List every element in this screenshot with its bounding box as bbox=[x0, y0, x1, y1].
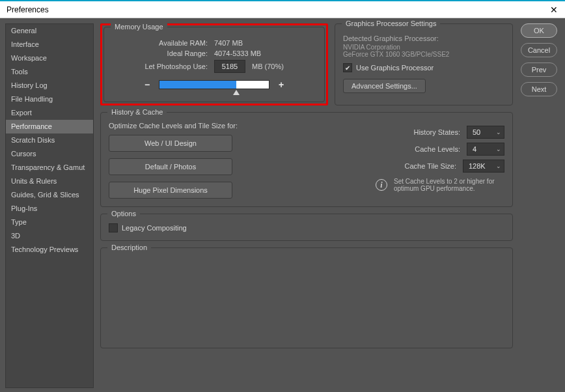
sidebar-item-3d[interactable]: 3D bbox=[6, 229, 93, 243]
gpu-title: Graphics Processor Settings bbox=[342, 20, 440, 27]
sidebar-item-tools[interactable]: Tools bbox=[6, 65, 93, 79]
gpu-group: Graphics Processor Settings Detected Gra… bbox=[335, 23, 513, 105]
sidebar-item-plug-ins[interactable]: Plug-Ins bbox=[6, 202, 93, 216]
cancel-button[interactable]: Cancel bbox=[521, 43, 557, 57]
use-gpu-label: Use Graphics Processor bbox=[356, 64, 434, 72]
sidebar-item-technology-previews[interactable]: Technology Previews bbox=[6, 243, 93, 257]
close-icon[interactable]: ✕ bbox=[547, 3, 561, 16]
use-gpu-checkbox[interactable] bbox=[343, 63, 352, 72]
history-states-dropdown[interactable]: 50 ⌄ bbox=[467, 126, 504, 139]
sidebar-item-guides-grid-slices[interactable]: Guides, Grid & Slices bbox=[6, 188, 93, 202]
cache-tile-size-value: 128K bbox=[469, 162, 486, 170]
dialog-actions: OK Cancel Prev Next bbox=[513, 23, 560, 387]
cache-preset-default-button[interactable]: Default / Photos bbox=[109, 158, 232, 175]
options-title: Options bbox=[107, 210, 140, 217]
sidebar-item-interface[interactable]: Interface bbox=[6, 38, 93, 51]
gpu-model: GeForce GTX 1060 3GB/PCIe/SSE2 bbox=[343, 51, 504, 58]
sidebar-item-scratch-disks[interactable]: Scratch Disks bbox=[6, 133, 93, 147]
cache-info-text: Set Cache Levels to 2 or higher for opti… bbox=[394, 178, 504, 192]
chevron-down-icon: ⌄ bbox=[496, 163, 501, 169]
sidebar-item-workspace[interactable]: Workspace bbox=[6, 51, 93, 65]
sidebar-item-general[interactable]: General bbox=[6, 24, 93, 38]
memory-use-suffix: MB (70%) bbox=[252, 63, 284, 70]
ideal-range-value: 4074-5333 MB bbox=[214, 49, 261, 57]
cache-levels-dropdown[interactable]: 4 ⌄ bbox=[467, 143, 504, 156]
memory-usage-group: Memory Usage Available RAM: 7407 MB Idea… bbox=[103, 27, 325, 102]
history-states-label: History States: bbox=[284, 128, 460, 136]
sidebar-item-export[interactable]: Export bbox=[6, 106, 93, 120]
window-title: Preferences bbox=[7, 5, 49, 14]
gpu-vendor: NVIDIA Corporation bbox=[343, 44, 504, 51]
history-states-value: 50 bbox=[473, 128, 480, 136]
prev-button[interactable]: Prev bbox=[521, 63, 557, 77]
memory-usage-title: Memory Usage bbox=[111, 23, 167, 31]
history-cache-group: History & Cache Optimize Cache Levels an… bbox=[100, 112, 513, 207]
memory-plus-button[interactable]: + bbox=[276, 79, 286, 90]
titlebar: Preferences ✕ bbox=[0, 1, 565, 18]
sidebar: General Interface Workspace Tools Histor… bbox=[5, 23, 94, 388]
let-photoshop-use-label: Let Photoshop Use: bbox=[113, 63, 214, 70]
memory-slider[interactable] bbox=[159, 80, 269, 89]
ideal-range-label: Ideal Range: bbox=[113, 49, 214, 57]
options-group: Options Legacy Compositing bbox=[100, 214, 513, 241]
cache-preset-web-button[interactable]: Web / UI Design bbox=[109, 135, 232, 152]
memory-slider-thumb[interactable] bbox=[233, 90, 240, 95]
available-ram-label: Available RAM: bbox=[113, 39, 214, 47]
available-ram-value: 7407 MB bbox=[214, 39, 243, 47]
cache-preset-huge-button[interactable]: Huge Pixel Dimensions bbox=[109, 182, 232, 199]
sidebar-item-cursors[interactable]: Cursors bbox=[6, 147, 93, 161]
cache-tile-size-dropdown[interactable]: 128K ⌄ bbox=[463, 160, 504, 173]
memory-use-input[interactable] bbox=[214, 60, 245, 73]
chevron-down-icon: ⌄ bbox=[496, 129, 501, 135]
sidebar-item-units-rulers[interactable]: Units & Rulers bbox=[6, 175, 93, 188]
next-button[interactable]: Next bbox=[521, 82, 557, 96]
cache-tile-size-label: Cache Tile Size: bbox=[284, 162, 456, 170]
memory-usage-highlight: Memory Usage Available RAM: 7407 MB Idea… bbox=[100, 23, 328, 105]
description-title: Description bbox=[107, 244, 151, 251]
history-cache-title: History & Cache bbox=[107, 108, 167, 116]
legacy-compositing-label: Legacy Compositing bbox=[122, 224, 187, 232]
advanced-settings-button[interactable]: Advanced Settings... bbox=[343, 79, 426, 93]
sidebar-item-performance[interactable]: Performance bbox=[6, 120, 93, 133]
cache-optimize-hint: Optimize Cache Levels and Tile Size for: bbox=[109, 122, 265, 130]
sidebar-item-file-handling[interactable]: File Handling bbox=[6, 92, 93, 106]
description-group: Description bbox=[100, 247, 513, 348]
memory-slider-fill bbox=[159, 81, 236, 89]
memory-minus-button[interactable]: − bbox=[142, 79, 152, 90]
sidebar-item-transparency-gamut[interactable]: Transparency & Gamut bbox=[6, 161, 93, 175]
detected-gpu-label: Detected Graphics Processor: bbox=[343, 35, 504, 42]
sidebar-item-type[interactable]: Type bbox=[6, 216, 93, 229]
content: Memory Usage Available RAM: 7407 MB Idea… bbox=[94, 23, 513, 387]
chevron-down-icon: ⌄ bbox=[496, 146, 501, 152]
sidebar-item-history-log[interactable]: History Log bbox=[6, 79, 93, 92]
dialog-body: General Interface Workspace Tools Histor… bbox=[0, 18, 565, 392]
legacy-compositing-checkbox[interactable] bbox=[109, 223, 118, 232]
info-icon: i bbox=[376, 179, 387, 191]
cache-levels-label: Cache Levels: bbox=[284, 145, 460, 153]
ok-button[interactable]: OK bbox=[521, 23, 557, 38]
cache-levels-value: 4 bbox=[473, 145, 476, 153]
